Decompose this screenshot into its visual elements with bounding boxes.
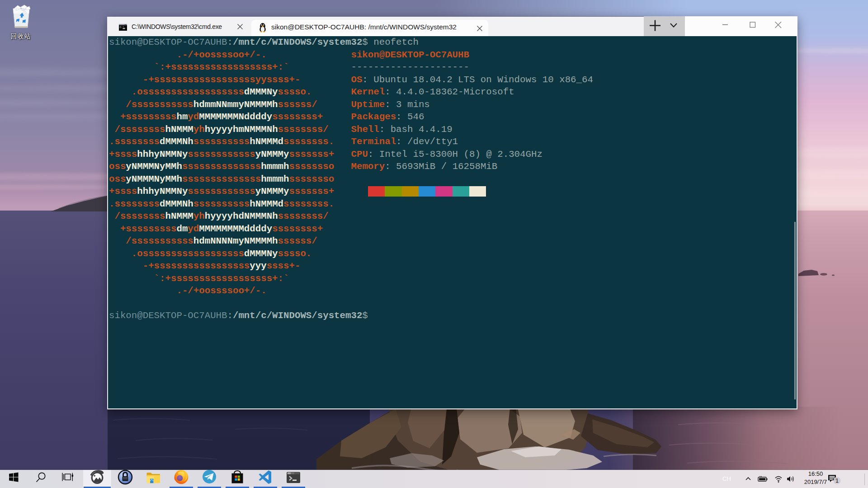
svg-text:C:\: C:\ xyxy=(120,26,125,29)
svg-text:1: 1 xyxy=(835,478,839,484)
